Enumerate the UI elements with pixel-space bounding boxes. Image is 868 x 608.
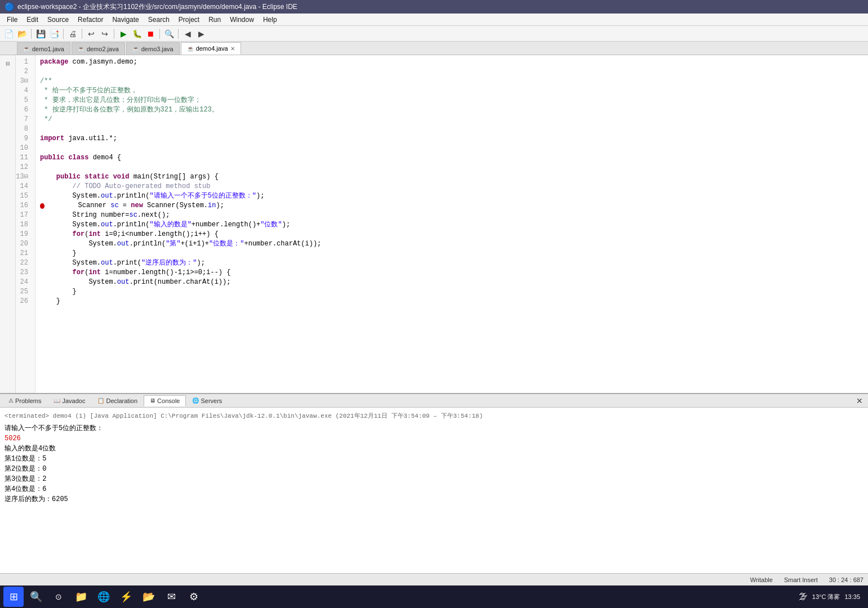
panel-tab-declaration-label: Declaration: [106, 397, 137, 404]
toolbar-debug[interactable]: 🐛: [131, 28, 143, 40]
menu-project[interactable]: Project: [174, 15, 204, 25]
title-bar: 🔵 eclipse-workspace2 - 企业技术实习1102作业/src/…: [0, 0, 868, 14]
console-terminated-line: <terminated> demo4 (1) [Java Application…: [5, 411, 863, 421]
line-num-19: 19: [16, 230, 32, 239]
code-line-11: public class demo4 {: [40, 153, 863, 163]
line-num-3: 3⊟: [16, 77, 32, 86]
toolbar-search[interactable]: 🔍: [163, 28, 175, 40]
menu-navigate[interactable]: Navigate: [108, 15, 143, 25]
menu-bar: File Edit Source Refactor Navigate Searc…: [0, 14, 868, 26]
line-num-20: 20: [16, 239, 32, 249]
toolbar-save[interactable]: 💾: [34, 28, 47, 40]
tab-demo1[interactable]: ☕ demo1.java: [17, 42, 70, 55]
toolbar-run[interactable]: ▶: [117, 28, 130, 40]
panel-tab-console[interactable]: 🖥 Console: [144, 395, 186, 406]
code-line-17: String number=sc.next();: [40, 211, 863, 220]
tab-demo1-label: demo1.java: [32, 46, 64, 52]
console-output-1: 5026: [5, 433, 863, 444]
code-line-14: // TODO Auto-generated method stub: [40, 182, 863, 191]
panel-tab-problems[interactable]: ⚠ Problems: [2, 395, 47, 406]
code-line-18: System.out.println("输入的数是"+number.length…: [40, 220, 863, 230]
code-area[interactable]: package com.jasmyn.demo; /** * 给一个不多于5位的…: [35, 55, 868, 393]
tab-demo4[interactable]: ☕ demo4.java ✕: [181, 42, 241, 55]
line-num-16: 16: [16, 201, 32, 211]
panel-close-btn[interactable]: ✕: [853, 395, 866, 407]
code-line-15: System.out.println("请输入一个不多于5位的正整数：");: [40, 191, 863, 201]
panel-tab-javadoc-label: Javadoc: [62, 397, 85, 404]
menu-search[interactable]: Search: [144, 15, 174, 25]
panel-tab-javadoc[interactable]: 📖 Javadoc: [47, 395, 91, 406]
tab-demo4-close[interactable]: ✕: [230, 46, 235, 52]
taskbar-mail[interactable]: ✉: [161, 587, 181, 607]
panel-tab-declaration[interactable]: 📋 Declaration: [91, 395, 144, 406]
line-num-1: 1: [16, 57, 32, 67]
console-output-0: 请输入一个不多于5位的正整数：: [5, 423, 863, 433]
declaration-icon: 📋: [97, 397, 104, 404]
taskbar-filezilla[interactable]: ⚡: [116, 587, 136, 607]
toolbar-open[interactable]: 📂: [16, 28, 28, 40]
line-num-2: 2: [16, 67, 32, 77]
toolbar-sep1: [31, 29, 32, 39]
line-num-5: 5: [16, 96, 32, 105]
toolbar-stop[interactable]: ⏹: [144, 28, 157, 40]
line-num-25: 25: [16, 287, 32, 297]
tab-demo2-label: demo2.java: [87, 46, 119, 52]
menu-edit[interactable]: Edit: [22, 15, 43, 25]
menu-run[interactable]: Run: [204, 15, 225, 25]
status-insert-mode: Smart Insert: [784, 576, 818, 583]
status-position: 30 : 24 : 687: [829, 576, 863, 583]
toolbar-redo[interactable]: ↪: [99, 28, 111, 40]
tab-demo2[interactable]: ☕ demo2.java: [72, 42, 125, 55]
menu-file[interactable]: File: [2, 15, 22, 25]
panel-tab-console-label: Console: [157, 397, 180, 404]
menu-help[interactable]: Help: [259, 15, 282, 25]
editor-wrapper: ⊟ 1 2 3⊟ 4 5 6 7 8 9 10 11 12 13⊟ 14 15 …: [0, 55, 868, 393]
code-line-1: package com.jasmyn.demo;: [40, 57, 863, 67]
toolbar-sep6: [178, 29, 179, 39]
toolbar-sep2: [63, 29, 64, 39]
gutter-collapse-all[interactable]: ⊟: [3, 59, 13, 69]
toolbar-save-all[interactable]: 📑: [48, 28, 60, 40]
line-num-24: 24: [16, 278, 32, 287]
status-bar: Writable Smart Insert 30 : 24 : 687: [0, 573, 868, 585]
panel-tabs: ⚠ Problems 📖 Javadoc 📋 Declaration 🖥 Con…: [0, 394, 868, 408]
toolbar-new[interactable]: 📄: [2, 28, 15, 40]
taskbar-edge[interactable]: 🌐: [94, 587, 114, 607]
code-line-4: * 给一个不多于5位的正整数，: [40, 86, 863, 96]
toolbar-sep5: [159, 29, 160, 39]
code-line-3: /**: [40, 77, 863, 86]
toolbar-back[interactable]: ◀: [181, 28, 194, 40]
taskbar-search[interactable]: 🔍: [26, 587, 46, 607]
code-line-26: }: [40, 297, 863, 306]
taskbar-task-view[interactable]: ⊙: [48, 587, 69, 607]
code-line-8: [40, 124, 863, 134]
taskbar-settings[interactable]: ⚙: [184, 587, 204, 607]
panel-tab-servers[interactable]: 🌐 Servers: [186, 395, 228, 406]
line-num-18: 18: [16, 220, 32, 230]
line-num-23: 23: [16, 268, 32, 278]
menu-refactor[interactable]: Refactor: [73, 15, 108, 25]
tab-demo3[interactable]: ☕ demo3.java: [126, 42, 180, 55]
toolbar-undo[interactable]: ↩: [85, 28, 97, 40]
menu-window[interactable]: Window: [225, 15, 259, 25]
problems-icon: ⚠: [8, 397, 14, 404]
tab-demo4-icon: ☕: [187, 46, 194, 52]
menu-source[interactable]: Source: [43, 15, 73, 25]
panel-tab-servers-label: Servers: [201, 397, 222, 404]
code-line-16: Scanner sc = new Scanner(System.in);: [40, 201, 863, 211]
toolbar-sep3: [82, 29, 82, 39]
taskbar-explorer[interactable]: 📁: [71, 587, 91, 607]
taskbar-start-button[interactable]: ⊞: [3, 587, 24, 607]
line-num-13: 13⊟: [16, 172, 32, 182]
code-line-5: * 要求，求出它是几位数；分别打印出每一位数字；: [40, 96, 863, 105]
toolbar-print[interactable]: 🖨: [66, 28, 79, 40]
line-num-9: 9: [16, 134, 32, 144]
tab-demo3-label: demo3.java: [141, 46, 173, 52]
code-line-19: for(int i=0;i<number.length();i++) {: [40, 230, 863, 239]
taskbar: ⊞ 🔍 ⊙ 📁 🌐 ⚡ 📂 ✉ ⚙ 🌫 13°C 薄雾 13:35: [0, 585, 868, 608]
line-num-6: 6: [16, 105, 32, 115]
status-writable: Writable: [750, 576, 773, 583]
tab-demo4-label: demo4.java: [196, 45, 228, 52]
taskbar-folder[interactable]: 📂: [139, 587, 159, 607]
toolbar-forward[interactable]: ▶: [195, 28, 207, 40]
